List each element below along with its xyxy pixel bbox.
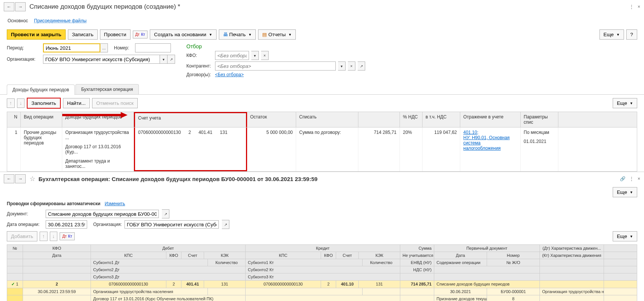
d-jo: 8 bbox=[487, 295, 540, 301]
move-down-button-2[interactable]: ↓ bbox=[50, 232, 58, 241]
printer-icon: 🖶 bbox=[223, 32, 228, 37]
contr-dropdown-button[interactable]: ▾ bbox=[338, 61, 346, 71]
org-dropdown-button[interactable]: ▾ bbox=[160, 55, 168, 64]
h-envd: ЕНВД (НУ) bbox=[400, 259, 434, 266]
save-button[interactable]: Записать bbox=[68, 29, 98, 40]
find-button[interactable]: Найти... bbox=[63, 98, 90, 108]
col-n: N bbox=[7, 112, 21, 127]
posting-grid: № КФО Дебет Кредит Сумма Первичный докум… bbox=[7, 244, 637, 301]
h-debit: Дебет bbox=[91, 245, 246, 252]
h-sub3d: Субконто3 Дт bbox=[91, 273, 246, 280]
reports-button[interactable]: ▤Отчеты▼ bbox=[258, 29, 296, 40]
posting-row[interactable]: ✓ 1 2 07060000000000130 2 401.41 131 070… bbox=[7, 281, 637, 288]
org-input[interactable] bbox=[43, 55, 160, 64]
h-d-kps: КПС bbox=[91, 252, 166, 259]
add-button[interactable]: Добавить bbox=[7, 231, 37, 241]
posting-row-3[interactable]: Договор 117 от 13.01.2016 (Курс Обучение… bbox=[7, 295, 637, 301]
more-button-2[interactable]: Еще▼ bbox=[613, 187, 637, 197]
help-button[interactable]: ? bbox=[626, 29, 637, 40]
number-input[interactable] bbox=[135, 43, 171, 52]
col-write: Списать bbox=[296, 112, 358, 127]
d-d-acc: 401.41 bbox=[181, 281, 204, 288]
close-icon[interactable]: × bbox=[638, 4, 640, 9]
kfo-input[interactable] bbox=[215, 51, 249, 60]
tab-main[interactable]: Основнос bbox=[7, 17, 29, 25]
move-down-button[interactable]: ↓ bbox=[17, 98, 25, 108]
dt-kt-button-2[interactable]: ДтКт bbox=[60, 232, 75, 240]
contr-input[interactable] bbox=[215, 61, 336, 71]
d-pnum: БУ00-000001 bbox=[487, 288, 540, 295]
create-based-button[interactable]: Создать на основании▼ bbox=[150, 29, 216, 40]
menu-icon-2[interactable]: ⋮ bbox=[629, 176, 634, 181]
period-label: Период: bbox=[7, 45, 41, 51]
back-button[interactable]: ← bbox=[4, 2, 14, 11]
h-k-acc: Счет bbox=[336, 252, 359, 259]
subtab-dbp[interactable]: Доходы будущих периодов bbox=[7, 84, 75, 95]
h-jo: № Ж/О bbox=[487, 259, 540, 266]
h-sub1k: Субконто1 Кт bbox=[246, 259, 363, 266]
cell-param: По месяцам 01.01.2021 bbox=[521, 127, 558, 171]
refl-link2[interactable]: НУ: Н90.01, Основная система налогооблож… bbox=[463, 135, 510, 151]
cell-amt: 714 285,71 bbox=[358, 127, 400, 171]
cell-op: Прочие доходы будущих периодов bbox=[21, 127, 62, 171]
forward-button[interactable]: → bbox=[15, 2, 26, 11]
post-button[interactable]: Провести bbox=[100, 29, 131, 40]
org-open-button[interactable]: ↗ bbox=[168, 55, 175, 64]
cell-rem: 5 000 000,00 bbox=[247, 127, 296, 171]
dog-link[interactable]: <Без отбора> bbox=[215, 72, 244, 77]
cancel-find-button[interactable]: Отменить поиск bbox=[92, 98, 138, 108]
doc-open-button[interactable]: ↗ bbox=[162, 209, 169, 218]
h-char2: (Кт) Характеристика движения bbox=[540, 252, 604, 259]
cell-acc: 07060000000000130 2 401.41 131 bbox=[134, 127, 247, 171]
auto-label: Проводки сформированы автоматически bbox=[7, 201, 100, 206]
date-op-label: Дата операции: bbox=[7, 222, 43, 227]
subtab-oper[interactable]: Бухгалтерская операция bbox=[75, 84, 138, 94]
contr-open-button[interactable]: ↗ bbox=[358, 61, 365, 71]
h-k-kfo: КФО bbox=[321, 252, 336, 259]
menu-icon[interactable]: ⋮ bbox=[629, 4, 634, 9]
period-picker-button[interactable]: … bbox=[100, 43, 108, 52]
kfo-dropdown-button[interactable]: ▾ bbox=[251, 51, 259, 60]
d-sub1d: Организация трудоустройства населения bbox=[91, 288, 208, 295]
refl-link1[interactable]: 401.10; bbox=[463, 130, 478, 135]
forward-button-2[interactable]: → bbox=[15, 174, 26, 183]
dt-kt-button[interactable]: ДтКт bbox=[133, 31, 148, 38]
arrow-annotation bbox=[62, 113, 130, 117]
grid-more-button[interactable]: Еще▼ bbox=[613, 98, 637, 108]
posting-row-2[interactable]: 30.06.2021 23:59:59 Организация трудоуст… bbox=[7, 288, 637, 295]
number-label: Номер: bbox=[114, 45, 133, 51]
change-link[interactable]: Изменить bbox=[105, 201, 125, 206]
kfo-clear-button[interactable]: × bbox=[261, 51, 269, 60]
contr-clear-button[interactable]: × bbox=[348, 61, 355, 71]
h-sub1d: Субконто1 Дт bbox=[91, 259, 208, 266]
col-param: Параметры спис bbox=[521, 112, 558, 127]
cell-dbp: Организация трудоустройства ... Договор … bbox=[62, 127, 134, 171]
h-sub2d: Субконто2 Дт bbox=[91, 266, 246, 273]
grid2-more-button[interactable]: Еще▼ bbox=[613, 231, 637, 241]
print-button[interactable]: 🖶Печать▼ bbox=[219, 29, 256, 40]
h-pnum: Номер bbox=[487, 252, 540, 259]
move-up-button[interactable]: ↑ bbox=[7, 98, 15, 108]
dog-label: Договор(ы): bbox=[186, 72, 213, 77]
doc-input[interactable] bbox=[46, 210, 159, 218]
org-input-2[interactable] bbox=[124, 220, 219, 229]
post-close-button[interactable]: Провести и закрыть bbox=[7, 29, 66, 40]
d-sum: 714 285,71 bbox=[400, 281, 434, 288]
d-d-kps: 07060000000000130 bbox=[91, 281, 166, 288]
link-icon[interactable]: 🔗 bbox=[620, 176, 626, 181]
fill-button[interactable]: Заполнить bbox=[27, 98, 60, 109]
d-k-kek: 131 bbox=[359, 281, 400, 288]
more-button[interactable]: Еще▼ bbox=[599, 29, 624, 40]
date-op-input[interactable] bbox=[46, 220, 87, 229]
grid-row[interactable]: 1 Прочие доходы будущих периодов Организ… bbox=[7, 127, 637, 171]
close-icon-2[interactable]: × bbox=[638, 176, 640, 181]
back-button-2[interactable]: ← bbox=[4, 174, 14, 183]
contr-label: Контрагент: bbox=[186, 63, 213, 69]
tab-files[interactable]: Присоединенные файлы bbox=[33, 17, 87, 25]
period-input[interactable] bbox=[43, 43, 100, 52]
star-icon[interactable]: ☆ bbox=[29, 175, 35, 183]
h-d-qty: Количество bbox=[208, 259, 246, 266]
h-credit: Кредит bbox=[246, 245, 400, 252]
org-open-button-2[interactable]: ↗ bbox=[222, 220, 229, 229]
move-up-button-2[interactable]: ↑ bbox=[40, 232, 48, 241]
